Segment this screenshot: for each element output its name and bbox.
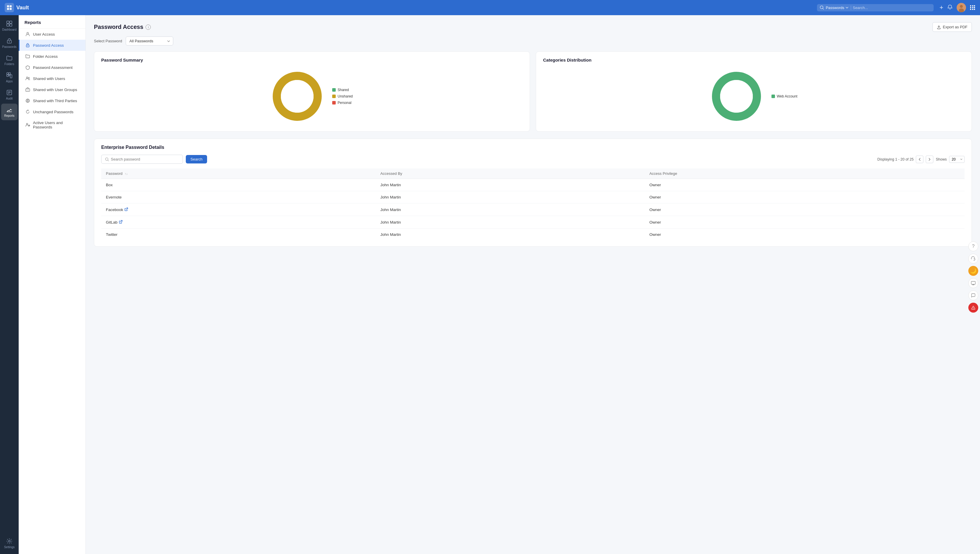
export-icon [937, 25, 941, 29]
categories-title: Categories Distribution [543, 57, 964, 62]
cell-password: Box [101, 179, 375, 191]
categories-distribution-card: Categories Distribution Web Account [536, 51, 972, 132]
svg-rect-1 [10, 5, 12, 7]
sidebar-item-passwords[interactable]: Passwords [1, 35, 18, 51]
cell-password: GitLab [101, 216, 375, 228]
svg-point-30 [28, 77, 29, 78]
table-row: BoxJohn MartinOwner [101, 179, 964, 191]
nav-item-active-users[interactable]: Active Users and Passwords [19, 117, 86, 133]
svg-point-40 [281, 80, 313, 113]
user-avatar[interactable] [957, 3, 966, 12]
categories-legend: Web Account [772, 94, 797, 98]
table-body: BoxJohn MartinOwnerEvernoteJohn MartinOw… [101, 179, 964, 241]
icon-sidebar: Dashboard Passwords Folders A [0, 15, 19, 554]
external-link-icon[interactable] [119, 220, 123, 224]
nav-item-user-access[interactable]: User Access [19, 29, 86, 40]
col-password: Password ↑↓ [101, 168, 375, 179]
cell-access-privilege: Owner [644, 179, 964, 191]
cell-access-privilege: Owner [644, 203, 964, 216]
password-table: Password ↑↓ Accessed By Access Privilege… [101, 168, 964, 241]
page-title: Password Access [94, 24, 143, 30]
search-icon [105, 157, 109, 161]
nav-item-password-assessment[interactable]: Password Assessment [19, 62, 86, 73]
sidebar-item-audit[interactable]: Audit [1, 86, 18, 103]
cell-password: Facebook [101, 203, 375, 216]
sidebar-item-dashboard[interactable]: Dashboard [1, 18, 18, 34]
svg-rect-11 [7, 24, 9, 26]
alert-button[interactable] [968, 303, 978, 313]
svg-line-44 [108, 160, 109, 161]
svg-rect-19 [9, 75, 10, 76]
main-content: Password Access i Export as PDF Select P… [86, 15, 980, 554]
cell-access-privilege: Owner [644, 228, 964, 241]
password-summary-card: Password Summary [94, 51, 530, 132]
cell-accessed-by: John Martin [375, 228, 645, 241]
night-mode-button[interactable]: 🌙 [968, 266, 978, 276]
nav-sidebar: Reports User Access Password Access Fold… [19, 15, 86, 554]
prev-page-button[interactable] [916, 156, 923, 163]
cell-accessed-by: John Martin [375, 191, 645, 203]
categories-chart [710, 70, 763, 123]
svg-rect-15 [7, 73, 8, 74]
svg-rect-45 [971, 281, 975, 284]
add-button[interactable]: + [939, 4, 943, 11]
page-header: Password Access i Export as PDF [94, 22, 972, 32]
sidebar-item-apps[interactable]: Apps [1, 69, 18, 86]
table-row: GitLabJohn MartinOwner [101, 216, 964, 228]
nav-item-shared-users[interactable]: Shared with Users [19, 73, 86, 84]
pagination-info: Displaying 1 - 20 of 25 Shows 20 10 50 1… [877, 156, 964, 163]
cell-access-privilege: Owner [644, 191, 964, 203]
svg-point-35 [27, 123, 28, 125]
sidebar-item-folders[interactable]: Folders [1, 52, 18, 69]
svg-rect-2 [7, 8, 9, 10]
apps-grid-icon[interactable] [970, 5, 975, 10]
nav-item-shared-third[interactable]: Shared with Third Parties [19, 95, 86, 106]
password-filter-select[interactable]: All Passwords Personal Passwords Shared … [126, 37, 173, 46]
screen-button[interactable] [968, 278, 978, 288]
search-button[interactable]: Search [186, 155, 207, 163]
legend-unshared: Unshared [332, 94, 353, 98]
external-link-icon[interactable] [124, 207, 128, 211]
password-summary-chart [271, 70, 323, 123]
filter-label: Select Password [94, 39, 122, 43]
table-row: FacebookJohn MartinOwner [101, 203, 964, 216]
app-logo[interactable]: Vault [5, 3, 29, 12]
table-row: EvernoteJohn MartinOwner [101, 191, 964, 203]
sort-icon[interactable]: ↑↓ [125, 172, 128, 176]
cell-access-privilege: Owner [644, 216, 964, 228]
svg-rect-10 [10, 21, 12, 23]
help-button[interactable]: ? [968, 241, 978, 251]
col-accessed-by: Accessed By [375, 168, 645, 179]
search-area[interactable]: Passwords [817, 4, 934, 11]
svg-point-26 [27, 32, 29, 34]
search-type-dropdown[interactable]: Passwords [826, 6, 851, 10]
support-button[interactable] [968, 254, 978, 263]
page-size-select[interactable]: 20 10 50 100 [949, 156, 964, 163]
export-pdf-button[interactable]: Export as PDF [932, 22, 972, 32]
nav-item-unchanged[interactable]: Unchanged Passwords [19, 106, 86, 117]
info-icon[interactable]: i [146, 24, 151, 30]
global-search-input[interactable] [853, 6, 931, 10]
svg-point-7 [960, 5, 963, 8]
sidebar-item-reports[interactable]: Reports [1, 104, 18, 120]
charts-row: Password Summary [94, 51, 972, 132]
sidebar-item-settings[interactable]: Settings [1, 535, 18, 552]
password-search-input[interactable] [111, 157, 179, 161]
svg-rect-17 [7, 75, 8, 77]
enterprise-details-card: Enterprise Password Details Search Displ… [94, 139, 972, 247]
logo-icon [5, 3, 14, 12]
svg-point-29 [27, 77, 28, 78]
svg-rect-9 [7, 21, 9, 23]
nav-item-password-access[interactable]: Password Access [19, 40, 86, 51]
nav-item-shared-groups[interactable]: Shared with User Groups [19, 84, 86, 95]
cell-password: Twitter [101, 228, 375, 241]
app-name: Vault [16, 5, 29, 11]
next-page-button[interactable] [926, 156, 933, 163]
svg-point-25 [8, 540, 10, 542]
top-navigation: Vault Passwords + [0, 0, 980, 15]
svg-point-42 [720, 80, 753, 113]
notifications-button[interactable] [947, 4, 953, 11]
nav-item-folder-access[interactable]: Folder Access [19, 51, 86, 62]
chat-button[interactable] [968, 291, 978, 300]
legend-shared: Shared [332, 88, 353, 92]
